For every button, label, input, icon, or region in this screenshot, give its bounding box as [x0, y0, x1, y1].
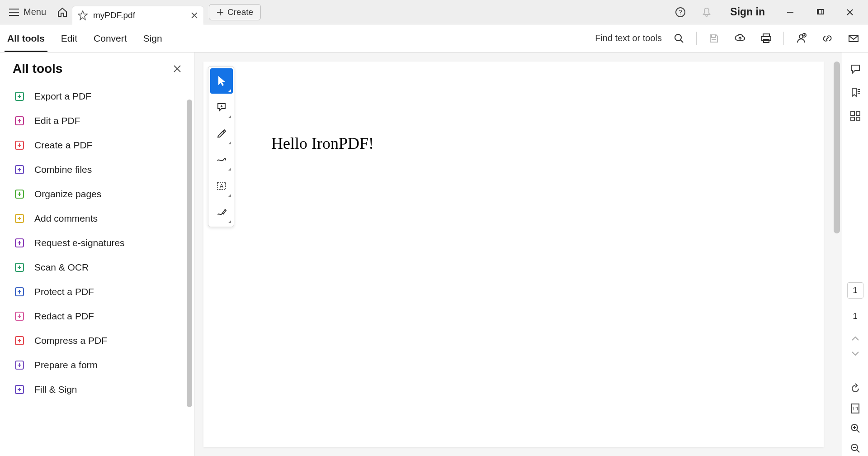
home-icon — [57, 7, 68, 18]
window-minimize-button[interactable] — [779, 3, 801, 21]
upload-button[interactable] — [731, 29, 749, 48]
nav-convert[interactable]: Convert — [92, 24, 129, 52]
close-icon — [173, 65, 181, 73]
notifications-button[interactable] — [698, 3, 716, 21]
tool-row[interactable]: Redact a PDF — [0, 304, 194, 328]
titlebar: Menu myPDF.pdf Create ? Sign in — [0, 0, 868, 24]
draw-tool-button[interactable] — [210, 147, 233, 172]
tool-row[interactable]: Edit a PDF — [0, 109, 194, 133]
plus-icon — [217, 9, 224, 16]
right-rail: 1 1 1:1 — [842, 52, 868, 456]
zoom-out-button[interactable] — [849, 442, 862, 455]
fit-page-button[interactable]: 1:1 — [849, 402, 862, 415]
tool-row[interactable]: Export a PDF — [0, 84, 194, 109]
window-close-button[interactable] — [839, 3, 861, 21]
window-maximize-button[interactable] — [809, 3, 831, 21]
menu-button[interactable]: Menu — [3, 0, 52, 24]
nav-edit[interactable]: Edit — [59, 24, 79, 52]
svg-rect-28 — [851, 117, 854, 121]
highlighter-icon — [216, 128, 227, 139]
export-pdf-icon — [14, 90, 25, 102]
menu-label: Menu — [24, 7, 46, 17]
tool-row[interactable]: Fill & Sign — [0, 377, 194, 402]
tool-row[interactable]: Combine files — [0, 157, 194, 182]
tool-row[interactable]: Request e-signatures — [0, 231, 194, 255]
svg-rect-26 — [851, 112, 854, 115]
tool-label: Scan & OCR — [34, 262, 89, 273]
comment-tool-button[interactable] — [210, 95, 233, 120]
tool-row[interactable]: Organize pages — [0, 182, 194, 206]
fit-page-icon: 1:1 — [849, 403, 861, 414]
nav-sign[interactable]: Sign — [142, 24, 164, 52]
textbox-tool-button[interactable]: A — [210, 173, 233, 199]
tool-row[interactable]: Add comments — [0, 206, 194, 231]
form-icon — [14, 359, 25, 371]
tool-row[interactable]: Compress a PDF — [0, 328, 194, 353]
tool-row[interactable]: Create a PDF — [0, 133, 194, 157]
titlebar-right: ? Sign in — [671, 3, 865, 21]
cursor-icon — [217, 75, 226, 87]
page-up-button[interactable] — [851, 336, 859, 341]
zoom-in-button[interactable] — [849, 422, 862, 435]
all-tools-panel: All tools Export a PDFEdit a PDFCreate a… — [0, 52, 194, 456]
panel-close-button[interactable] — [173, 65, 181, 73]
hamburger-icon — [9, 9, 19, 16]
document-text: Hello IronPDF! — [203, 62, 824, 153]
search-icon — [674, 33, 684, 44]
protect-icon — [14, 286, 25, 298]
create-pdf-icon — [14, 139, 25, 151]
tab-title: myPDF.pdf — [93, 10, 135, 20]
grid-icon — [849, 110, 861, 122]
document-tab[interactable]: myPDF.pdf — [72, 6, 203, 24]
svg-rect-10 — [849, 35, 858, 42]
svg-rect-2 — [817, 10, 822, 14]
thumbnails-pane-button[interactable] — [849, 109, 862, 123]
print-button[interactable] — [757, 29, 775, 48]
rotate-button[interactable] — [849, 382, 862, 395]
page-number-input[interactable]: 1 — [847, 282, 863, 299]
comments-pane-button[interactable] — [849, 62, 862, 76]
secondary-right: Find text or tools — [595, 29, 863, 48]
home-button[interactable] — [52, 3, 72, 21]
chevron-up-icon — [851, 336, 859, 341]
scrollbar[interactable] — [834, 62, 840, 233]
minimize-icon — [787, 9, 794, 16]
tool-row[interactable]: Prepare a form — [0, 353, 194, 377]
tab-close-button[interactable] — [191, 12, 198, 19]
svg-rect-3 — [819, 10, 823, 14]
highlight-tool-button[interactable] — [210, 121, 233, 146]
create-button[interactable]: Create — [209, 4, 261, 20]
close-icon — [191, 12, 198, 19]
text-select-icon: A — [216, 180, 227, 191]
tool-row[interactable]: Protect a PDF — [0, 280, 194, 304]
combine-icon — [14, 164, 25, 176]
sign-in-button[interactable]: Sign in — [724, 6, 771, 18]
zoom-out-icon — [849, 442, 861, 454]
search-button[interactable] — [670, 29, 688, 48]
bookmarks-pane-button[interactable] — [849, 86, 862, 100]
help-button[interactable]: ? — [671, 3, 689, 21]
nav-all-tools[interactable]: All tools — [5, 24, 47, 52]
panel-header: All tools — [0, 52, 194, 81]
scrollbar[interactable] — [187, 100, 192, 407]
share-button[interactable] — [792, 29, 810, 48]
svg-point-4 — [675, 34, 681, 41]
link-button[interactable] — [818, 29, 836, 48]
sign-tool-button[interactable] — [210, 200, 233, 225]
page-down-button[interactable] — [851, 351, 859, 356]
zoom-controls: 1:1 — [849, 382, 862, 455]
rotate-icon — [849, 383, 861, 394]
draw-freehand-icon — [216, 154, 227, 165]
email-button[interactable] — [844, 29, 863, 48]
select-tool-button[interactable] — [210, 68, 233, 94]
tool-row[interactable]: Scan & OCR — [0, 255, 194, 280]
tool-list: Export a PDFEdit a PDFCreate a PDFCombin… — [0, 81, 194, 456]
secondary-nav: All tools Edit Convert Sign — [5, 24, 164, 52]
separator — [783, 32, 784, 45]
page-current: 1 — [853, 285, 858, 295]
tool-label: Export a PDF — [34, 91, 91, 102]
save-button[interactable] — [705, 29, 723, 48]
separator — [696, 32, 697, 45]
find-label: Find text or tools — [595, 33, 662, 43]
link-icon — [821, 33, 833, 44]
